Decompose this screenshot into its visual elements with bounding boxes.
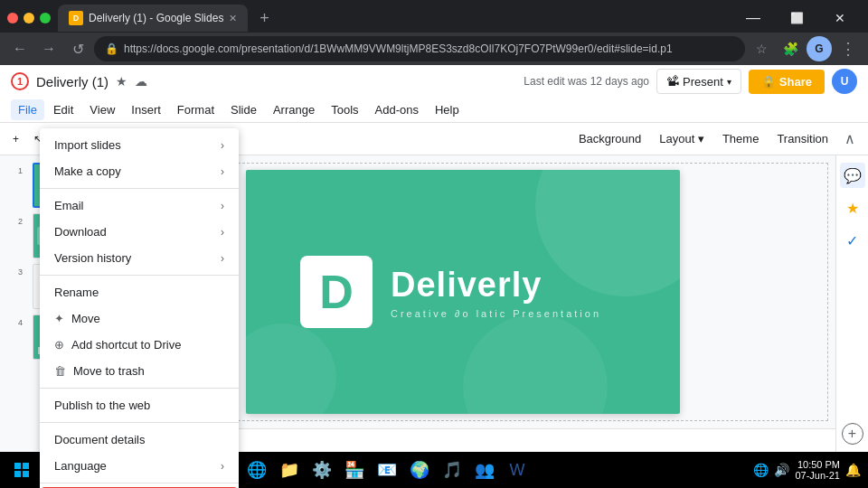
share-icon: 🔒 [761, 75, 776, 89]
taskbar-apps: 🌐 📁 ⚙️ 🏪 📧 🌍 🎵 👥 W [242, 455, 750, 484]
right-panel: 💬 ★ ✓ + [835, 155, 868, 452]
taskbar-store-icon[interactable]: 🏪 [340, 455, 369, 484]
taskbar-outlook-icon[interactable]: 📧 [373, 455, 401, 484]
panel-star-icon[interactable]: ★ [840, 195, 865, 221]
taskbar-volume-icon[interactable]: 🔊 [774, 463, 789, 477]
panel-check-icon[interactable]: ✓ [840, 228, 865, 253]
maximize-btn[interactable] [24, 13, 34, 23]
taskbar-edge-icon[interactable]: 🌐 [242, 455, 271, 484]
menu-view[interactable]: View [82, 99, 122, 120]
url-text: https://docs.google.com/presentation/d/1… [124, 42, 734, 55]
toolbar-collapse[interactable]: ∧ [839, 127, 861, 151]
dd-make-copy[interactable]: Make a copy › [40, 158, 239, 184]
address-bar[interactable]: 🔒 https://docs.google.com/presentation/d… [94, 36, 745, 61]
menu-format[interactable]: Format [170, 99, 222, 120]
dd-move[interactable]: ✦ Move [40, 305, 239, 332]
taskbar-chrome-icon[interactable]: 🌍 [405, 455, 434, 484]
dd-publish[interactable]: Publish to the web [40, 392, 239, 418]
active-tab[interactable]: D Deliverly (1) - Google Slides ✕ [58, 5, 248, 32]
menu-slide[interactable]: Slide [223, 99, 264, 120]
slide-logo-area: D Deliverly Creative ∂o latic Presentati… [300, 256, 601, 328]
taskbar-spotify-icon[interactable]: 🎵 [438, 455, 467, 484]
toolbar-layout[interactable]: Layout ▾ [652, 128, 712, 149]
dd-rename[interactable]: Rename [40, 279, 239, 305]
menu-insert[interactable]: Insert [124, 99, 168, 120]
slide-number-2: 2 [18, 213, 29, 226]
dd-sep2 [40, 275, 239, 276]
more-icon[interactable]: ⋮ [835, 36, 861, 61]
win-close[interactable]: ✕ [819, 5, 861, 32]
menu-edit[interactable]: Edit [46, 99, 80, 120]
taskbar-right: 🌐 🔊 10:50 PM 07-Jun-21 🔔 [753, 459, 861, 481]
title-bar: 1 Deliverly (1) ★ ☁ Last edit was 12 day… [0, 65, 868, 98]
toolbar-theme[interactable]: Theme [715, 128, 766, 149]
taskbar-time: 10:50 PM [797, 459, 840, 470]
dd-email[interactable]: Email › [40, 192, 239, 219]
win-restore[interactable]: ⬜ [776, 5, 817, 32]
menu-file[interactable]: File [11, 99, 44, 120]
panel-add-btn[interactable]: + [842, 423, 863, 445]
new-tab-btn[interactable]: + [251, 5, 277, 31]
present-button[interactable]: 📽 Present ▾ [656, 69, 741, 94]
toolbar-transition[interactable]: Transition [769, 128, 835, 149]
lock-icon: 🔒 [105, 42, 118, 55]
dd-doc-details[interactable]: Document details [40, 427, 239, 453]
toolbar-insert-btn[interactable]: + [7, 129, 24, 149]
star-icon[interactable]: ★ [116, 74, 127, 89]
forward-btn[interactable]: → [36, 36, 61, 61]
step1-indicator: 1 [11, 72, 29, 90]
taskbar-time-display: 10:50 PM 07-Jun-21 [795, 459, 840, 481]
present-icon: 📽 [666, 74, 679, 89]
slide-main: D Deliverly Creative ∂o latic Presentati… [246, 170, 680, 414]
menu-help[interactable]: Help [428, 99, 467, 120]
move-icon: ✦ [54, 312, 64, 325]
dd-move-trash[interactable]: 🗑 Move to trash [40, 358, 239, 384]
minimize-btn[interactable] [7, 13, 18, 23]
present-label: Present [683, 75, 723, 89]
dd-import-slides[interactable]: Import slides › [40, 132, 239, 158]
file-dropdown: Import slides › Make a copy › Email › Do… [40, 128, 239, 488]
menu-bar: File Edit View Insert Format Slide Arran… [0, 98, 868, 123]
menu-tools[interactable]: Tools [324, 99, 365, 120]
dd-sep5 [40, 483, 239, 483]
nav-bar: ← → ↺ 🔒 https://docs.google.com/presenta… [0, 33, 868, 65]
dd-version-history[interactable]: Version history › [40, 245, 239, 271]
dd-sep1 [40, 188, 239, 189]
bookmark-icon[interactable]: ☆ [749, 36, 774, 61]
slide-logo-letter: D [319, 268, 354, 315]
doc-title: Deliverly (1) [36, 74, 108, 89]
taskbar-settings-icon[interactable]: ⚙️ [307, 455, 336, 484]
cloud-icon[interactable]: ☁ [135, 74, 147, 89]
taskbar-notification-icon[interactable]: 🔔 [845, 463, 861, 477]
tab-close-icon[interactable]: ✕ [229, 13, 237, 24]
slide-number-1: 1 [18, 163, 29, 175]
present-dropdown-icon: ▾ [727, 77, 731, 87]
extensions-icon[interactable]: 🧩 [778, 36, 803, 61]
dd-language[interactable]: Language › [40, 453, 239, 479]
toolbar-background[interactable]: Background [571, 128, 648, 149]
taskbar-network-icon[interactable]: 🌐 [753, 463, 769, 477]
trash-icon: 🗑 [54, 364, 66, 378]
win-minimize[interactable]: — [732, 5, 774, 32]
reload-btn[interactable]: ↺ [65, 36, 90, 61]
back-btn[interactable]: ← [7, 36, 33, 61]
slide-logo-box: D [300, 256, 373, 328]
tab-favicon: D [69, 11, 83, 25]
taskbar-word-icon[interactable]: W [503, 455, 532, 484]
last-edit-text: Last edit was 12 days ago [524, 75, 649, 88]
dd-add-shortcut[interactable]: ⊕ Add shortcut to Drive [40, 332, 239, 358]
profile-icon[interactable]: G [807, 36, 832, 61]
tab-title: Deliverly (1) - Google Slides [89, 12, 223, 24]
close-btn[interactable] [40, 13, 51, 23]
menu-addons[interactable]: Add-ons [368, 99, 426, 120]
dd-download[interactable]: Download › [40, 219, 239, 245]
taskbar-teams-icon[interactable]: 👥 [470, 455, 499, 484]
panel-chat-icon[interactable]: 💬 [840, 163, 865, 188]
share-label: Share [779, 75, 812, 89]
user-avatar[interactable]: U [832, 69, 857, 94]
taskbar-folder-icon[interactable]: 📁 [275, 455, 304, 484]
share-button[interactable]: 🔒 Share [749, 70, 825, 94]
menu-arrange[interactable]: Arrange [266, 99, 322, 120]
taskbar-date: 07-Jun-21 [795, 470, 840, 481]
start-btn[interactable] [7, 455, 36, 484]
